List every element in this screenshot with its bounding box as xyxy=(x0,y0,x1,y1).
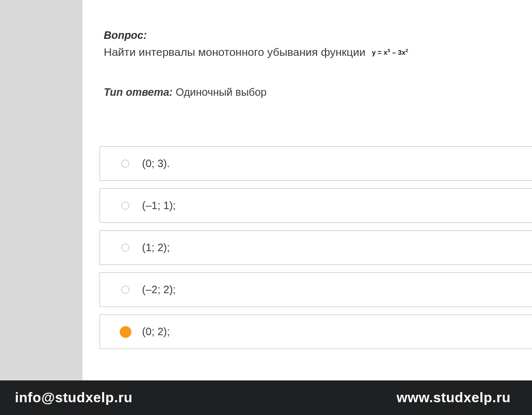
option-text: (–2; 2); xyxy=(142,284,176,296)
option-text: (0; 3). xyxy=(142,157,170,170)
quiz-content: Вопрос: Найти интервалы монотонного убыв… xyxy=(82,0,532,380)
question-body: Найти интервалы монотонного убывания фун… xyxy=(104,46,365,59)
option-text: (1; 2); xyxy=(142,242,170,254)
footer-email: info@studxelp.ru xyxy=(15,389,132,406)
footer-site: www.studxelp.ru xyxy=(396,389,511,406)
radio-selected-icon[interactable] xyxy=(120,326,131,338)
options-list: (0; 3).(–1; 1);(1; 2);(–2; 2);(0; 2); xyxy=(99,146,532,349)
radio-icon[interactable] xyxy=(121,244,129,252)
answer-type-row: Тип ответа: Одиночный выбор xyxy=(104,86,532,98)
footer-bar: info@studxelp.ru www.studxelp.ru xyxy=(0,380,532,415)
question-text: Найти интервалы монотонного убывания фун… xyxy=(104,46,532,59)
answer-type-value: Одиночный выбор xyxy=(176,86,267,98)
question-formula: y = x3 – 3x2 xyxy=(369,47,411,57)
radio-icon[interactable] xyxy=(121,160,129,168)
option-row[interactable]: (–1; 1); xyxy=(99,188,532,223)
option-row[interactable]: (0; 2); xyxy=(99,314,532,349)
option-row[interactable]: (–2; 2); xyxy=(99,272,532,307)
radio-icon[interactable] xyxy=(121,202,129,210)
option-row[interactable]: (0; 3). xyxy=(99,146,532,181)
option-text: (0; 2); xyxy=(142,326,170,338)
option-text: (–1; 1); xyxy=(142,200,176,212)
radio-icon[interactable] xyxy=(121,286,129,294)
option-row[interactable]: (1; 2); xyxy=(99,230,532,265)
question-label: Вопрос: xyxy=(104,29,532,42)
answer-type-label: Тип ответа: xyxy=(104,86,173,98)
